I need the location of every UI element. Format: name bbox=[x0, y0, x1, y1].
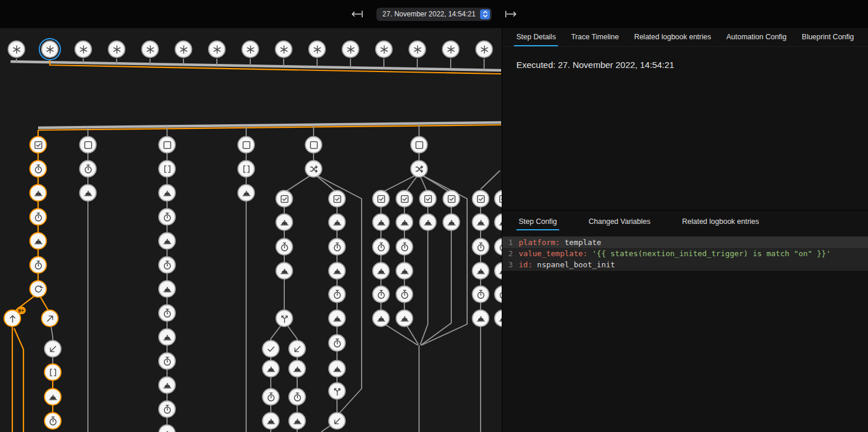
tab-automation-config[interactable]: Automation Config bbox=[724, 28, 789, 46]
service-call-node[interactable] bbox=[158, 328, 176, 346]
delay-node[interactable] bbox=[396, 238, 413, 256]
trigger-node[interactable] bbox=[141, 40, 159, 58]
delay-node[interactable] bbox=[288, 388, 306, 406]
delay-node[interactable] bbox=[158, 208, 176, 226]
service-call-node[interactable] bbox=[396, 213, 413, 231]
condition-node[interactable] bbox=[442, 190, 460, 208]
delay-node[interactable] bbox=[158, 352, 176, 370]
delay-node[interactable] bbox=[158, 304, 176, 322]
delay-node[interactable] bbox=[328, 285, 346, 303]
previous-run-icon[interactable] bbox=[349, 9, 365, 19]
return-arrow-node[interactable] bbox=[44, 340, 62, 358]
service-call-node[interactable] bbox=[275, 213, 293, 231]
delay-node[interactable] bbox=[158, 400, 176, 418]
choose-node[interactable] bbox=[328, 382, 346, 400]
trigger-node[interactable] bbox=[375, 40, 393, 58]
condition-node[interactable] bbox=[472, 190, 489, 208]
service-call-node[interactable] bbox=[79, 184, 97, 202]
collapsed-runs-node[interactable]: 9+ bbox=[4, 309, 21, 327]
delay-node[interactable] bbox=[396, 285, 413, 303]
service-call-node[interactable] bbox=[158, 376, 176, 394]
tab-related-logbook-entries[interactable]: Related logbook entries bbox=[680, 214, 761, 230]
delay-node[interactable] bbox=[472, 238, 489, 256]
trigger-node[interactable] bbox=[275, 40, 292, 58]
code-line[interactable]: 1platform: template bbox=[502, 237, 868, 248]
code-line[interactable]: 2value_template: '{{ states(nextion_init… bbox=[502, 248, 868, 259]
service-call-node[interactable] bbox=[158, 280, 176, 298]
service-call-node[interactable] bbox=[472, 309, 489, 327]
return-arrow-node[interactable] bbox=[328, 412, 346, 430]
delay-node[interactable] bbox=[372, 238, 390, 256]
service-call-node[interactable] bbox=[328, 213, 346, 231]
service-call-node[interactable] bbox=[44, 388, 62, 406]
wait-template-node[interactable] bbox=[158, 160, 176, 178]
service-call-node[interactable] bbox=[472, 213, 489, 231]
delay-node[interactable] bbox=[29, 160, 47, 178]
step-config-code[interactable]: 1platform: template2value_template: '{{ … bbox=[502, 236, 868, 271]
tab-changed-variables[interactable]: Changed Variables bbox=[586, 214, 652, 230]
condition-blank-node[interactable] bbox=[305, 136, 322, 154]
condition-node[interactable] bbox=[328, 190, 346, 208]
goto-arrow-node[interactable] bbox=[41, 309, 59, 327]
service-call-node[interactable] bbox=[29, 232, 47, 250]
service-call-node[interactable] bbox=[472, 262, 489, 280]
delay-node[interactable] bbox=[29, 208, 47, 226]
condition-node[interactable] bbox=[396, 190, 413, 208]
trigger-node[interactable] bbox=[8, 40, 25, 58]
service-call-node[interactable] bbox=[288, 412, 306, 430]
condition-blank-node[interactable] bbox=[79, 136, 97, 154]
service-call-node[interactable] bbox=[29, 184, 47, 202]
delay-node[interactable] bbox=[79, 160, 97, 178]
trigger-node[interactable] bbox=[475, 40, 493, 58]
trigger-node[interactable] bbox=[175, 40, 192, 58]
service-call-node[interactable] bbox=[262, 360, 280, 377]
service-call-node[interactable] bbox=[419, 213, 437, 231]
trigger-node[interactable] bbox=[442, 40, 459, 58]
delay-node[interactable] bbox=[262, 388, 280, 406]
service-call-node[interactable] bbox=[328, 262, 346, 280]
trigger-node[interactable] bbox=[108, 40, 125, 58]
wait-template-node[interactable] bbox=[237, 160, 255, 178]
service-call-node[interactable] bbox=[288, 360, 306, 377]
wait-template-node[interactable] bbox=[44, 363, 62, 381]
delay-node[interactable] bbox=[44, 412, 62, 430]
condition-blank-node[interactable] bbox=[237, 136, 255, 154]
condition-node[interactable] bbox=[419, 190, 437, 208]
service-call-node[interactable] bbox=[158, 184, 176, 202]
return-arrow-node[interactable] bbox=[288, 340, 306, 358]
delay-node[interactable] bbox=[372, 285, 390, 303]
service-call-node[interactable] bbox=[237, 184, 255, 202]
trigger-node[interactable] bbox=[409, 40, 426, 58]
service-call-node[interactable] bbox=[275, 262, 293, 280]
trigger-node[interactable] bbox=[308, 40, 326, 58]
delay-node[interactable] bbox=[328, 238, 346, 256]
trigger-node[interactable] bbox=[74, 40, 92, 58]
condition-node[interactable] bbox=[29, 136, 47, 154]
delay-node[interactable] bbox=[472, 285, 489, 303]
parallel-node[interactable] bbox=[305, 160, 322, 178]
code-line[interactable]: 3id: nspanel_boot_init bbox=[502, 259, 868, 270]
service-call-node[interactable] bbox=[372, 213, 390, 231]
tab-related-logbook-entries[interactable]: Related logbook entries bbox=[632, 28, 713, 46]
condition-blank-node[interactable] bbox=[410, 136, 428, 154]
trigger-node[interactable] bbox=[41, 40, 59, 58]
condition-blank-node[interactable] bbox=[158, 136, 176, 154]
service-call-node[interactable] bbox=[372, 309, 390, 327]
delay-node[interactable] bbox=[328, 334, 346, 352]
next-run-icon[interactable] bbox=[503, 9, 519, 19]
condition-node[interactable] bbox=[275, 190, 293, 208]
delay-node[interactable] bbox=[275, 238, 293, 256]
choose-node[interactable] bbox=[275, 309, 293, 327]
tab-trace-timeline[interactable]: Trace Timeline bbox=[569, 28, 621, 46]
delay-node[interactable] bbox=[29, 256, 47, 274]
service-call-node[interactable] bbox=[396, 262, 413, 280]
tab-blueprint-config[interactable]: Blueprint Config bbox=[799, 28, 856, 46]
trigger-node[interactable] bbox=[208, 40, 226, 58]
service-call-node[interactable] bbox=[396, 309, 413, 327]
run-select[interactable]: 27. November 2022, 14:54:21 bbox=[377, 8, 492, 21]
service-call-node[interactable] bbox=[262, 412, 280, 430]
tab-step-config[interactable]: Step Config bbox=[516, 214, 559, 230]
service-call-node[interactable] bbox=[442, 213, 460, 231]
parallel-node[interactable] bbox=[410, 160, 428, 178]
check-node[interactable] bbox=[262, 340, 280, 358]
